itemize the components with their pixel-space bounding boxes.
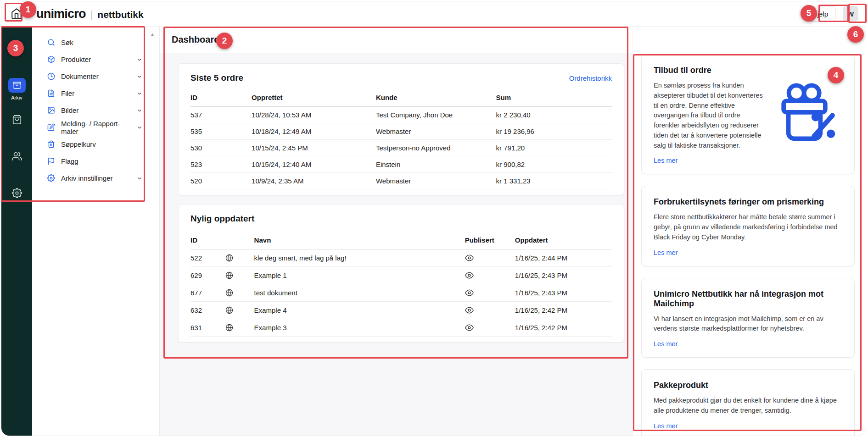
users-icon	[12, 151, 22, 161]
chevron-down-icon	[136, 124, 143, 131]
trash-icon	[47, 140, 55, 148]
column-header	[225, 230, 254, 249]
news-card-tilbud: Tilbud til ordre En sømløs prosess fra k…	[641, 54, 855, 174]
chevron-down-icon	[136, 175, 143, 182]
table-row[interactable]: 677 test dokument 1/16/25, 2:43 PM	[190, 284, 612, 302]
news-card-title: Forbrukertilsynets føringer om prismerki…	[654, 197, 842, 207]
table-row[interactable]: 53710/28/24, 10:53 AMTest Company, Jhon …	[190, 107, 612, 123]
main-area: Dashboard Siste 5 ordre Ordrehistorikk	[160, 27, 633, 436]
orders-card: Siste 5 ordre Ordrehistorikk ID Opprette…	[178, 63, 624, 195]
globe-icon	[225, 271, 254, 279]
module-rail: Arkiv	[1, 27, 32, 436]
topbar: unimicro | nettbutikk Hjelp W	[1, 1, 866, 27]
rail-item-arkiv[interactable]: Arkiv	[1, 78, 32, 100]
logo-secondary-text: nettbutikk	[97, 9, 143, 20]
clock-icon	[47, 72, 55, 80]
eye-icon[interactable]	[465, 254, 515, 262]
table-row[interactable]: 632 Example 4 1/16/25, 2:42 PM	[190, 302, 612, 319]
rail-item-settings[interactable]	[1, 188, 32, 198]
sidebar-item-soppelkurv[interactable]: Søppelkurv	[32, 136, 159, 153]
logo-divider: |	[90, 9, 93, 21]
sidebar-collapse-button[interactable]: ▲	[150, 32, 155, 37]
sidebar-item-maler[interactable]: Melding- / Rapport-maler	[32, 119, 159, 136]
orders-card-title: Siste 5 ordre	[190, 73, 243, 83]
news-panel: Tilbud til ordre En sømløs prosess fra k…	[633, 27, 866, 436]
table-row[interactable]: 631 Example 3 1/16/25, 2:42 PM	[190, 319, 612, 337]
table-row[interactable]: 53010/15/24, 2:45 PMTestperson-no Approv…	[190, 140, 612, 156]
eye-icon[interactable]	[465, 288, 515, 297]
table-row[interactable]: 629 Example 1 1/16/25, 2:43 PM	[190, 267, 612, 284]
column-header: Oppdatert	[515, 230, 612, 249]
help-button[interactable]: Hjelp	[805, 6, 835, 22]
sidebar-item-dokumenter[interactable]: Dokumenter	[32, 68, 159, 85]
gear-icon	[12, 188, 22, 198]
column-header: ID	[190, 230, 225, 249]
eye-icon[interactable]	[465, 271, 515, 280]
gear-icon	[47, 174, 55, 182]
flag-icon	[47, 157, 55, 165]
file-icon	[47, 89, 55, 97]
news-card-pakkeprodukt: Pakkeprodukt Med pakkeprodukt gjør du de…	[641, 369, 855, 436]
globe-icon	[225, 324, 254, 332]
news-card-title: Tilbud til ordre	[654, 66, 766, 75]
image-icon	[47, 106, 55, 114]
news-card-title: Unimicro Nettbutikk har nå integrasjon m…	[654, 289, 842, 309]
column-header: Navn	[254, 230, 465, 249]
globe-icon	[225, 289, 254, 297]
home-button[interactable]	[8, 5, 25, 22]
page-title: Dashboard	[172, 34, 219, 45]
chevron-down-icon	[136, 56, 143, 63]
search-icon	[47, 39, 55, 46]
column-header: Sum	[496, 88, 612, 107]
rail-item-label: Arkiv	[11, 95, 22, 100]
sidebar-item-arkivinnstillinger[interactable]: Arkiv innstillinger	[32, 170, 159, 187]
rail-item-customers[interactable]	[1, 151, 32, 161]
les-mer-link[interactable]: Les mer	[654, 340, 678, 348]
updated-card: Nylig oppdatert ID Navn Publisert Op	[178, 204, 624, 343]
rail-item-shop[interactable]	[1, 115, 32, 125]
updated-table: ID Navn Publisert Oppdatert 522	[190, 230, 612, 337]
user-avatar[interactable]: W	[843, 6, 858, 22]
eye-icon[interactable]	[465, 323, 515, 332]
column-header: ID	[190, 88, 252, 107]
updated-card-title: Nylig oppdatert	[190, 214, 254, 224]
sidebar-item-sok[interactable]: Søk	[32, 34, 159, 51]
les-mer-link[interactable]: Les mer	[654, 249, 678, 256]
sidebar-item-label: Flagg	[61, 157, 78, 165]
news-card-mailchimp: Unimicro Nettbutikk har nå integrasjon m…	[641, 278, 855, 358]
sidebar-item-label: Bilder	[61, 106, 78, 114]
orders-table-header: ID Opprettet Kunde Sum	[190, 88, 612, 107]
app-logo: unimicro | nettbutikk	[36, 7, 144, 21]
order-history-link[interactable]: Ordrehistorikk	[569, 74, 612, 82]
table-row[interactable]: 53510/18/24, 12:49 AMWebmasterkr 19 236,…	[190, 123, 612, 140]
news-card-prismerking: Forbrukertilsynets føringer om prismerki…	[641, 186, 855, 266]
eye-icon[interactable]	[465, 306, 515, 315]
sidebar-item-produkter[interactable]: Produkter	[32, 51, 159, 68]
main-content: Siste 5 ordre Ordrehistorikk ID Opprette…	[160, 53, 633, 436]
screen: unimicro | nettbutikk Hjelp W Arkiv	[0, 0, 868, 437]
sidebar-item-filer[interactable]: Filer	[32, 85, 159, 102]
sidebar-item-label: Produkter	[61, 55, 91, 63]
sidebar-item-label: Filer	[61, 89, 74, 97]
home-icon	[11, 8, 22, 20]
sidebar-item-label: Dokumenter	[61, 72, 99, 80]
sidebar-item-label: Arkiv innstillinger	[61, 174, 113, 182]
topbar-right: Hjelp W	[805, 6, 858, 22]
chevron-down-icon	[136, 107, 143, 114]
gift-percent-icon	[770, 79, 842, 165]
les-mer-link[interactable]: Les mer	[654, 422, 678, 430]
sidebar-item-flagg[interactable]: Flagg	[32, 153, 159, 170]
les-mer-link[interactable]: Les mer	[654, 157, 678, 164]
sidebar-item-bilder[interactable]: Bilder	[32, 102, 159, 119]
column-header: Kunde	[376, 88, 496, 107]
package-icon	[47, 55, 55, 63]
globe-icon	[225, 254, 254, 262]
edit-icon	[47, 123, 55, 131]
news-card-body: Vi har lansert en integrasjon mot Mailch…	[654, 314, 842, 334]
news-card-title: Pakkeprodukt	[654, 381, 842, 390]
shopping-bag-icon	[12, 115, 22, 125]
table-row[interactable]: 52310/15/24, 12:40 AMEinsteinkr 900,82	[190, 156, 612, 173]
table-row[interactable]: 522 kle deg smart, med lag på lag! 1/16/…	[190, 249, 612, 267]
table-row[interactable]: 52010/9/24, 2:35 AMWebmasterkr 1 331,23	[190, 173, 612, 189]
column-header: Publisert	[465, 230, 515, 249]
